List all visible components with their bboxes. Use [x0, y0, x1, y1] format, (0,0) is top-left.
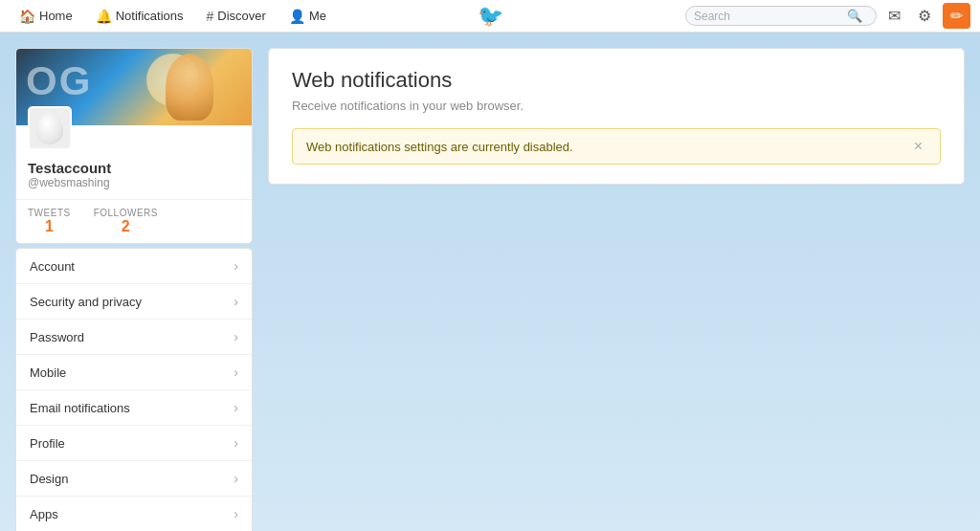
home-icon: 🏠: [19, 9, 35, 24]
chevron-right-icon: ›: [234, 294, 238, 309]
search-button[interactable]: 🔍: [847, 9, 862, 23]
twitter-logo: 🐦: [478, 4, 503, 29]
avatar-image: [36, 112, 63, 144]
close-banner-button[interactable]: ×: [910, 139, 926, 154]
menu-item-label: Profile: [30, 436, 65, 451]
menu-item-design[interactable]: Design›: [16, 461, 252, 497]
chevron-right-icon: ›: [234, 471, 238, 486]
chevron-right-icon: ›: [234, 400, 238, 415]
profile-stats: TWEETS 1 FOLLOWERS 2: [16, 199, 252, 243]
compose-button[interactable]: ✏: [943, 3, 970, 29]
menu-item-label: Email notifications: [30, 401, 130, 415]
menu-item-label: Security and privacy: [30, 295, 142, 309]
menu-item-mobile[interactable]: Mobile›: [16, 355, 252, 390]
nav-center: 🐦: [478, 4, 503, 29]
menu-item-profile[interactable]: Profile›: [16, 426, 252, 461]
profile-name: Testaccount: [28, 160, 240, 176]
followers-stat: FOLLOWERS 2: [94, 208, 158, 235]
chevron-right-icon: ›: [234, 435, 238, 451]
avatar: [28, 106, 72, 150]
menu-item-apps[interactable]: Apps›: [16, 497, 252, 531]
nav-me-label: Me: [309, 9, 326, 23]
nav-discover-label: Discover: [217, 9, 266, 23]
menu-item-label: Apps: [30, 507, 58, 521]
tweets-count: 1: [28, 218, 71, 235]
content-card: Web notifications Receive notifications …: [268, 48, 965, 185]
nav-notifications[interactable]: 🔔 Notifications: [86, 5, 193, 28]
settings-menu: Account›Security and privacy›Password›Mo…: [15, 248, 253, 531]
person-icon: 👤: [289, 9, 305, 24]
messages-button[interactable]: ✉: [882, 3, 906, 29]
content-title: Web notifications: [292, 68, 941, 93]
search-box: 🔍: [685, 6, 877, 26]
nav-left: 🏠 Home 🔔 Notifications # Discover 👤 Me: [10, 5, 472, 28]
followers-count: 2: [94, 218, 158, 235]
nav-discover[interactable]: # Discover: [197, 5, 276, 28]
content-subtitle: Receive notifications in your web browse…: [292, 99, 941, 113]
profile-handle: @websmashing: [28, 176, 240, 189]
menu-item-label: Password: [30, 330, 84, 344]
main-content: OG Testaccount @websmashing TWEETS 1: [0, 33, 980, 531]
menu-item-account[interactable]: Account›: [16, 249, 252, 284]
menu-item-label: Account: [30, 259, 75, 274]
profile-card: OG Testaccount @websmashing TWEETS 1: [15, 48, 253, 244]
chevron-right-icon: ›: [234, 365, 238, 380]
menu-item-password[interactable]: Password›: [16, 320, 252, 355]
nav-right: 🔍 ✉ ⚙ ✏: [509, 3, 971, 29]
nav-home[interactable]: 🏠 Home: [10, 5, 82, 28]
chevron-right-icon: ›: [234, 506, 238, 521]
menu-item-label: Design: [30, 472, 68, 486]
menu-item-email[interactable]: Email notifications›: [16, 390, 252, 426]
menu-item-security[interactable]: Security and privacy›: [16, 284, 252, 320]
right-panel: Web notifications Receive notifications …: [268, 48, 965, 531]
settings-button[interactable]: ⚙: [912, 3, 937, 29]
search-input[interactable]: [694, 10, 847, 23]
notifications-icon: 🔔: [96, 9, 112, 24]
chevron-right-icon: ›: [234, 329, 238, 344]
tweets-label: TWEETS: [28, 208, 71, 218]
nav-home-label: Home: [39, 9, 73, 23]
banner-text: OG: [26, 58, 92, 104]
hashtag-icon: #: [207, 9, 214, 24]
tweets-stat: TWEETS 1: [28, 208, 71, 235]
profile-info: Testaccount @websmashing: [16, 125, 252, 199]
left-panel: OG Testaccount @websmashing TWEETS 1: [15, 48, 253, 531]
followers-label: FOLLOWERS: [94, 208, 158, 218]
banner-message: Web notifications settings are currently…: [306, 140, 573, 154]
chevron-right-icon: ›: [234, 258, 238, 274]
menu-item-label: Mobile: [30, 365, 66, 380]
profile-name-block: Testaccount @websmashing: [28, 160, 240, 189]
nav-notifications-label: Notifications: [116, 9, 184, 23]
nav-me[interactable]: 👤 Me: [279, 5, 336, 28]
notification-banner: Web notifications settings are currently…: [292, 128, 941, 165]
top-navigation: 🏠 Home 🔔 Notifications # Discover 👤 Me 🐦…: [0, 0, 980, 33]
banner-figure: [166, 54, 213, 121]
